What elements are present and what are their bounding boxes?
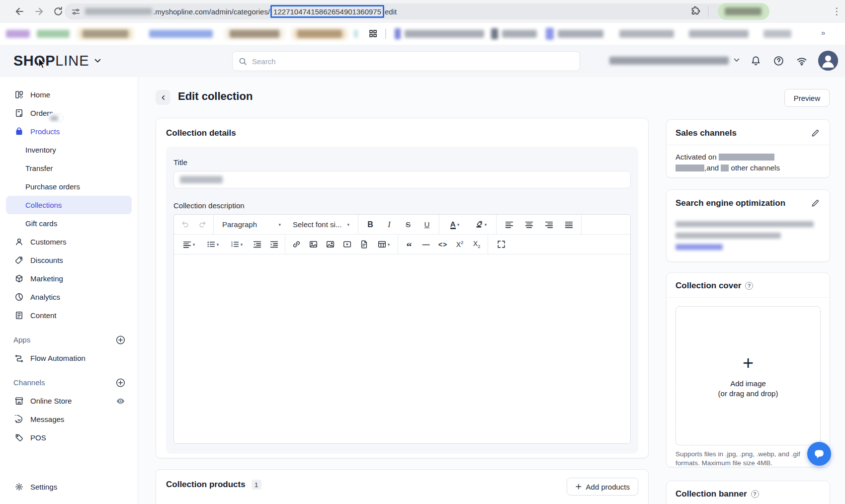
search-input[interactable] [251,57,574,66]
notifications-bell-icon[interactable] [751,56,761,66]
bookmark-item[interactable] [502,30,537,38]
shopline-logo[interactable]: SHOPLINE [13,53,101,69]
browser-profile-chip[interactable] [718,3,769,20]
align-center-icon[interactable] [519,215,539,235]
align-left-icon[interactable] [499,215,519,235]
bookmark-item[interactable] [37,30,70,38]
sidebar-item-purchase-orders[interactable]: Purchase orders [0,177,138,196]
indent-icon[interactable] [265,235,282,254]
bookmark-item[interactable] [689,30,749,38]
outdent-icon[interactable] [249,235,265,254]
insert-link-icon[interactable] [288,235,305,254]
browser-back-icon[interactable] [14,6,25,17]
bookmark-item[interactable] [558,30,603,38]
store-chevron-down-icon[interactable] [734,58,740,62]
bookmark-item[interactable] [149,30,213,38]
bookmark-favicon[interactable] [395,28,401,39]
bookmarks-overflow-icon[interactable]: » [821,28,824,37]
site-info-icon[interactable] [72,7,80,16]
view-store-eye-icon[interactable] [116,396,125,406]
insert-image-icon[interactable] [305,235,322,254]
sidebar-item-analytics[interactable]: Analytics [0,288,138,306]
bookmark-item[interactable] [619,30,674,38]
browser-reload-icon[interactable] [53,6,64,17]
redo-icon[interactable] [194,215,211,235]
code-icon[interactable]: <> [434,235,451,254]
bookmark-item[interactable] [354,30,358,38]
apps-grid-icon[interactable] [369,29,377,38]
banner-help-icon[interactable]: ? [751,490,759,498]
undo-icon[interactable] [177,215,194,235]
bookmark-item[interactable] [405,30,484,38]
extensions-puzzle-icon[interactable] [690,5,701,16]
bookmark-favicon[interactable] [491,28,498,39]
preview-button[interactable]: Preview [784,89,830,107]
help-icon[interactable] [773,56,784,66]
strikethrough-button[interactable]: S [399,215,418,235]
back-button[interactable] [156,90,170,105]
add-channel-icon[interactable] [116,378,125,387]
alignment-dropdown[interactable]: ▾ [177,235,201,254]
sidebar-item-orders[interactable]: Orders [0,104,138,122]
superscript-icon[interactable]: X2 [451,235,468,254]
bookmark-item[interactable] [763,30,791,38]
italic-button[interactable]: I [380,215,399,235]
cover-help-icon[interactable]: ? [745,282,753,290]
bold-button[interactable]: B [361,215,380,235]
sidebar-item-home[interactable]: Home [0,85,138,104]
sidebar-item-pos[interactable]: POS [0,428,138,447]
underline-button[interactable]: U [418,215,436,235]
support-chat-bubble[interactable] [807,442,831,466]
bookmark-item[interactable] [83,30,128,38]
add-app-icon[interactable] [116,335,125,344]
user-avatar[interactable] [818,51,838,71]
wifi-status-icon[interactable] [796,56,807,67]
title-input[interactable] [173,171,631,188]
insert-file-icon[interactable] [355,235,372,254]
sidebar-item-messages[interactable]: Messages [0,410,138,428]
sidebar-item-products[interactable]: Products [0,122,138,141]
sidebar-item-content[interactable]: Content [0,306,138,325]
paragraph-style-dropdown[interactable]: Paragraph ▾ [216,215,287,235]
horizontal-rule-icon[interactable]: — [418,235,434,254]
edit-sales-channels-icon[interactable] [810,128,821,138]
ordered-list-dropdown[interactable]: 123 ▾ [225,235,249,254]
sidebar-item-marketing[interactable]: Marketing [0,269,138,288]
sidebar-item-customers[interactable]: Customers [0,233,138,251]
align-justify-icon[interactable] [559,215,579,235]
sidebar-item-settings[interactable]: Settings [0,478,138,496]
address-bar[interactable]: .myshopline.com/admin/categories/ 122710… [65,3,744,19]
sidebar-item-flow-automation[interactable]: Flow Automation [0,349,138,367]
blockquote-icon[interactable]: “ [401,235,418,254]
add-products-button[interactable]: Add products [567,478,638,496]
add-image-dropzone[interactable]: + Add image (or drag and drop) [676,306,821,445]
global-search[interactable] [232,51,580,71]
sidebar-item-transfer[interactable]: Transfer [0,159,138,177]
bookmark-favicon[interactable] [546,28,554,40]
font-size-dropdown[interactable]: Select font si... ▾ [287,215,355,235]
highlight-color-button[interactable]: ▾ [468,215,494,235]
align-right-icon[interactable] [539,215,559,235]
fullscreen-icon[interactable] [491,235,511,254]
sidebar-item-collections-active[interactable]: Collections [6,196,132,214]
bookmark-item[interactable] [230,30,279,38]
edit-seo-icon[interactable] [810,198,821,208]
sidebar-item-online-store[interactable]: Online Store [0,392,138,410]
bookmark-item[interactable] [6,30,30,38]
redacted-seo-link[interactable] [676,244,723,250]
browser-menu-icon[interactable]: ⋮ [832,5,842,18]
editor-content-area[interactable] [174,254,630,443]
bullet-list-dropdown[interactable]: ▾ [201,235,225,254]
browser-forward-icon[interactable] [34,6,45,17]
sidebar-item-discounts[interactable]: Discounts [0,251,138,269]
insert-table-dropdown[interactable]: ▾ [372,235,395,254]
sidebar-item-inventory[interactable]: Inventory [0,141,138,159]
insert-video-icon[interactable] [338,235,355,254]
font-color-button[interactable]: A ▾ [442,215,468,235]
subscript-icon[interactable]: X2 [468,235,485,254]
redacted-store-name[interactable] [609,57,729,65]
bookmark-item[interactable] [297,30,342,38]
insert-gallery-icon[interactable] [322,235,338,254]
logo-chevron-down-icon[interactable] [94,59,101,63]
sidebar-item-gift-cards[interactable]: Gift cards [0,214,138,233]
